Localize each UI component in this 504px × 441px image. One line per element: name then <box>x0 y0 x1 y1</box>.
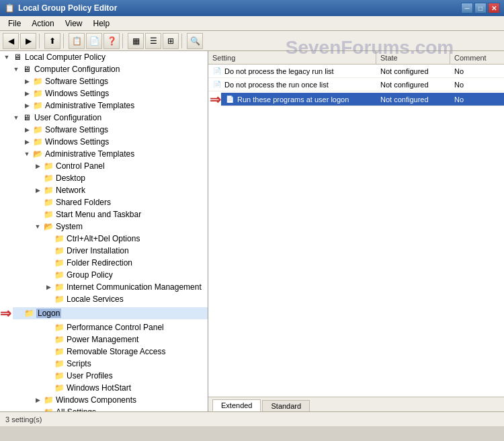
td-comment-3: No <box>450 95 504 104</box>
tree-item-locale[interactable]: ▶ 📁 Locale Services <box>0 293 208 305</box>
tree-item-sw-comp[interactable]: ▶ 📁 Software Settings <box>0 75 208 87</box>
tree-item-desktop[interactable]: ▶ 📁 Desktop <box>0 172 208 184</box>
sw-user-label: Software Settings <box>45 125 108 134</box>
control-panel-label: Control Panel <box>56 161 105 171</box>
tree-item-internet-comm[interactable]: ▶ 📁 Internet Communication Management <box>0 281 208 293</box>
menu-view[interactable]: View <box>60 17 88 30</box>
internet-comm-icon: 📁 <box>54 282 65 292</box>
tree-item-comp-config[interactable]: ▼ 🖥 Computer Configuration <box>0 63 208 75</box>
all-settings-icon: 📁 <box>43 407 54 411</box>
th-setting[interactable]: Setting <box>208 51 376 64</box>
perf-label: Performance Control Panel <box>67 323 164 332</box>
removable-icon: 📁 <box>54 347 65 356</box>
admin-user-expand[interactable]: ▼ <box>22 149 32 159</box>
system-icon: 📂 <box>43 222 54 231</box>
menu-action[interactable]: Action <box>26 17 59 30</box>
win-comp-sub-icon: 📁 <box>43 395 54 405</box>
comp-config-expand[interactable]: ▼ <box>11 64 22 75</box>
sw-user-expand[interactable]: ▶ <box>22 124 32 135</box>
root-icon: 🖥 <box>12 52 23 62</box>
help-button[interactable]: ❓ <box>103 33 120 49</box>
tree-item-hotstart[interactable]: ▶ 📁 Windows HotStart <box>0 382 208 394</box>
up-button[interactable]: ⬆ <box>44 33 60 49</box>
control-panel-icon: 📁 <box>43 161 54 171</box>
tree-item-driver[interactable]: ▶ 📁 Driver Installation <box>0 245 208 257</box>
table-row[interactable]: 📄 Do not process the run once list Not c… <box>208 78 504 91</box>
locale-label: Locale Services <box>67 294 124 304</box>
large-icon-button[interactable]: ⊞ <box>163 33 179 49</box>
show-hide-button[interactable]: 📋 <box>69 33 85 49</box>
table-row[interactable]: 📄 Do not process the legacy run list Not… <box>208 65 504 78</box>
logon-label: Logon <box>36 309 61 318</box>
scripts-icon: 📁 <box>54 359 65 368</box>
power-label: Power Management <box>67 335 138 344</box>
close-button[interactable]: ✕ <box>488 3 500 13</box>
window-controls: ─ □ ✕ <box>461 3 500 13</box>
detail-view-button[interactable]: ☰ <box>145 33 161 49</box>
system-expand[interactable]: ▼ <box>32 221 43 232</box>
tab-extended[interactable]: Extended <box>212 399 261 411</box>
main-content: ▼ 🖥 Local Computer Policy ▼ 🖥 Computer C… <box>0 51 504 411</box>
internet-comm-label: Internet Communication Management <box>67 282 202 292</box>
maximize-button[interactable]: □ <box>474 3 487 13</box>
tree-item-scripts[interactable]: ▶ 📁 Scripts <box>0 358 208 370</box>
tree-item-folder-redir[interactable]: ▶ 📁 Folder Redirection <box>0 257 208 269</box>
start-menu-label: Start Menu and Taskbar <box>56 210 141 219</box>
tree-item-win-user[interactable]: ▶ 📁 Windows Settings <box>0 136 208 148</box>
network-expand[interactable]: ▶ <box>32 185 43 196</box>
driver-icon: 📁 <box>54 246 65 255</box>
tree-item-start-menu[interactable]: ▶ 📁 Start Menu and Taskbar <box>0 208 208 220</box>
minimize-button[interactable]: ─ <box>461 3 473 13</box>
user-profiles-label: User Profiles <box>67 371 113 380</box>
perf-icon: 📁 <box>54 323 65 332</box>
properties-button[interactable]: 📄 <box>86 33 102 49</box>
forward-button[interactable]: ▶ <box>20 33 36 49</box>
menu-help[interactable]: Help <box>88 17 116 30</box>
back-button[interactable]: ◀ <box>3 33 19 49</box>
list-view-button[interactable]: ▦ <box>128 33 144 49</box>
tree-item-removable[interactable]: ▶ 📁 Removable Storage Access <box>0 346 208 358</box>
tree-root[interactable]: ▼ 🖥 Local Computer Policy <box>0 51 208 63</box>
filter-button[interactable]: 🔍 <box>187 33 203 49</box>
win-user-expand[interactable]: ▶ <box>22 136 32 147</box>
tree-item-system[interactable]: ▼ 📂 System <box>0 220 208 233</box>
tree-item-group-policy[interactable]: ▶ 📁 Group Policy <box>0 269 208 281</box>
sw-comp-expand[interactable]: ▶ <box>22 76 32 87</box>
tree-item-logon[interactable]: ▶ 📁 Logon <box>13 307 208 319</box>
tree-panel: ▼ 🖥 Local Computer Policy ▼ 🖥 Computer C… <box>0 51 208 411</box>
bottom-tabs: Extended Standard <box>208 397 504 411</box>
app-icon: 📋 <box>4 3 15 13</box>
win-comp-expand[interactable]: ▶ <box>22 88 32 99</box>
win-comp-sub-expand[interactable]: ▶ <box>32 395 43 405</box>
system-label: System <box>56 222 83 231</box>
th-state[interactable]: State <box>376 51 450 64</box>
tree-item-user-profiles[interactable]: ▶ 📁 User Profiles <box>0 370 208 382</box>
admin-comp-expand[interactable]: ▶ <box>22 100 32 111</box>
tree-item-admin-user[interactable]: ▼ 📂 Administrative Templates <box>0 148 208 160</box>
user-config-expand[interactable]: ▼ <box>11 112 22 123</box>
control-panel-expand[interactable]: ▶ <box>32 161 43 171</box>
tree-item-power[interactable]: ▶ 📁 Power Management <box>0 333 208 346</box>
tree-item-network[interactable]: ▶ 📁 Network <box>0 184 208 196</box>
menu-file[interactable]: File <box>3 17 26 30</box>
tree-item-win-components[interactable]: ▶ 📁 Windows Components <box>0 394 208 406</box>
folder-redir-label: Folder Redirection <box>67 258 132 268</box>
tree-item-shared-folders[interactable]: ▶ 📁 Shared Folders <box>0 196 208 208</box>
tree-item-admin-comp[interactable]: ▶ 📁 Administrative Templates <box>0 99 208 112</box>
tree-item-all-settings[interactable]: ▶ 📁 All Settings <box>0 406 208 411</box>
root-expand[interactable]: ▼ <box>1 52 12 63</box>
th-comment[interactable]: Comment <box>450 51 504 64</box>
tree-item-ctrlaltdel[interactable]: ▶ 📁 Ctrl+Alt+Del Options <box>0 233 208 245</box>
tree-item-control-panel[interactable]: ▶ 📁 Control Panel <box>0 160 208 172</box>
toolbar-separator2 <box>63 34 66 48</box>
tree-item-sw-user[interactable]: ▶ 📁 Software Settings <box>0 124 208 136</box>
tree-item-win-comp[interactable]: ▶ 📁 Windows Settings <box>0 87 208 99</box>
user-config-icon: 🖥 <box>22 113 32 122</box>
tab-standard[interactable]: Standard <box>262 400 310 411</box>
tree-item-user-config[interactable]: ▼ 🖥 User Configuration <box>0 112 208 124</box>
internet-comm-expand[interactable]: ▶ <box>43 282 54 292</box>
tree-item-perf[interactable]: ▶ 📁 Performance Control Panel <box>0 321 208 333</box>
td-state-3: Not configured <box>376 95 450 104</box>
desktop-icon: 📁 <box>43 173 54 183</box>
table-row-selected[interactable]: 📄 Run these programs at user logon Not c… <box>221 93 504 106</box>
